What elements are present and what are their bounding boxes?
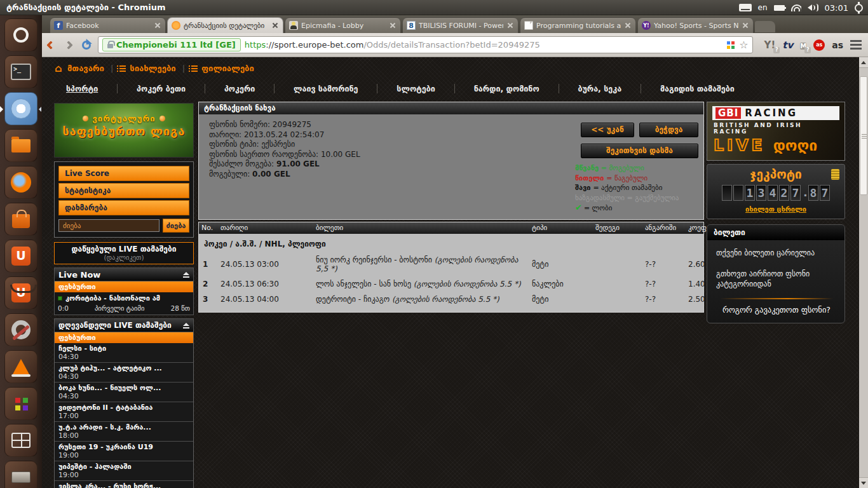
game-list-item[interactable]: უიპეშტი - ჰალადაში19:00 — [55, 461, 193, 481]
jackpot-title: ჯეკპოტი — [707, 165, 844, 181]
tab-facebook[interactable]: f Facebook — [50, 17, 166, 33]
bookmark-star-icon[interactable]: ☆ — [739, 40, 748, 50]
launcher-terminal[interactable]: >_ — [4, 55, 37, 88]
launcher-archive[interactable] — [4, 461, 37, 488]
game-time: 17:00 — [58, 412, 189, 420]
browser-scrollbar[interactable] — [859, 57, 868, 488]
how-to-bet-link[interactable]: როგორ გავაკეთოთ ფსონი? — [716, 305, 837, 315]
launcher-system-settings[interactable] — [4, 313, 37, 346]
live-score-button[interactable]: Live Score — [58, 166, 189, 181]
list-icon — [119, 65, 126, 67]
game-list-item[interactable]: კლუბ ტიჰუ... - ატლეტიკო ...04:30 — [55, 363, 193, 383]
tv-extension-icon[interactable]: tv — [782, 39, 793, 51]
yahoo-icon: Y! — [642, 21, 651, 30]
launcher-vlc[interactable] — [4, 350, 37, 383]
search-button[interactable]: ძიება — [163, 219, 189, 233]
started-live-banner[interactable]: დაწყებული LIVE თამაშები (დაკლიკეთ) — [54, 242, 194, 264]
game-list-item[interactable]: ვიდეოტონი II - ტატაბანია17:00 — [55, 402, 193, 422]
jackpot-table-link[interactable]: იხილეთ ცხრილი — [745, 205, 806, 214]
nav-table-games[interactable]: მაგიდის თამაშები — [658, 83, 737, 95]
game-list-item[interactable]: რუსეთი 19 - უკრაინა U1919:00 — [55, 442, 193, 461]
yahoo-extension-icon[interactable]: Y!? — [764, 39, 776, 51]
reload-button[interactable] — [78, 36, 95, 54]
live-match-item[interactable]: კორიტიბა - ნასიონალი ამ 0:0 პირველი ტაიმ… — [54, 292, 194, 315]
nav-backgammon-domino[interactable]: ნარდი, დომინო — [471, 83, 542, 95]
volume-icon[interactable] — [808, 4, 818, 11]
launcher-files[interactable] — [4, 129, 37, 162]
launcher-ubuntu-one[interactable]: U — [4, 240, 37, 273]
keyboard-layout-label[interactable]: en — [758, 3, 768, 12]
back-button[interactable] — [42, 36, 60, 54]
chrome-menu-icon[interactable] — [850, 40, 862, 42]
launcher-workspace-switcher[interactable] — [4, 424, 37, 457]
battery-icon[interactable] — [774, 5, 785, 11]
live-now-header[interactable]: Live Now — [54, 268, 194, 281]
launcher-software-center[interactable] — [4, 203, 37, 236]
forward-button[interactable] — [60, 36, 78, 54]
ask-question-button[interactable]: შეკითხვის დასმა — [581, 144, 698, 158]
nav-live-casino[interactable]: ლაივ სამორინე — [291, 83, 360, 95]
scrollbar-thumb[interactable] — [860, 76, 867, 195]
close-icon[interactable] — [154, 22, 161, 29]
collapse-icon[interactable] — [183, 272, 189, 278]
nav-bura-seka[interactable]: ბურა, სეკა — [575, 83, 624, 95]
keyboard-icon[interactable] — [739, 4, 752, 11]
lastfm-extension-icon[interactable]: as — [813, 39, 825, 51]
nav-sport[interactable]: სპორტი — [64, 83, 100, 95]
divider — [559, 84, 559, 93]
back-to-list-button[interactable]: << უკან — [581, 123, 634, 137]
new-tab-button[interactable] — [755, 21, 775, 32]
tab-epicmafia[interactable]: Epicmafia - Lobby — [285, 17, 401, 33]
launcher-blocks-game[interactable] — [4, 387, 37, 420]
started-live-subtitle: (დაკლიკეთ) — [55, 254, 193, 261]
table-row: 2 24.05.13 06:30 ლოს ანჯელესი - სან ხოსე… — [199, 276, 703, 292]
live-now-sport-bar[interactable]: ფეხბურთი — [54, 281, 194, 292]
close-icon[interactable] — [624, 22, 632, 29]
help-button[interactable]: დახმარება — [58, 200, 189, 215]
nav-branches[interactable]: ფილიალები — [191, 64, 254, 73]
launcher-firefox[interactable] — [4, 166, 37, 199]
print-button[interactable]: ბეჭდვა — [639, 123, 698, 137]
statistics-button[interactable]: სტატისტიკა — [58, 183, 189, 198]
game-list-item[interactable]: უ.ტ.ა არადი - ს.კ. მარა...18:00 — [55, 422, 193, 442]
launcher-dash-home[interactable] — [4, 18, 37, 51]
nav-news[interactable]: სიახლეები — [119, 64, 175, 73]
scroll-down-button[interactable] — [859, 477, 868, 488]
search-input[interactable] — [58, 219, 159, 232]
gmail-extension-icon[interactable]: M? — [800, 39, 806, 51]
game-list-item[interactable]: ჩელსი - სიტი04:30 — [55, 343, 193, 363]
theme-grid-icon[interactable] — [727, 41, 735, 49]
close-icon[interactable] — [389, 22, 397, 29]
wifi-icon[interactable] — [791, 4, 801, 11]
legend-active: შავი = აქტიური თამაშები — [575, 183, 679, 193]
launcher-ubuntu-one-music[interactable]: U — [4, 276, 37, 309]
clock[interactable]: 03:01 — [825, 3, 848, 13]
game-list-item[interactable]: ვისლა კრა... - რუხი ხორჟ...20:00 — [55, 481, 193, 488]
ticket-choose-line2: კატეგორიიდან — [716, 279, 837, 289]
nav-poker-bet[interactable]: პოკერ ბეთი — [134, 83, 188, 95]
lastfm-scrobbler-icon[interactable]: as — [832, 40, 843, 50]
nav-poker[interactable]: პოკერი — [222, 83, 257, 95]
collapse-icon[interactable] — [183, 323, 189, 329]
close-icon[interactable] — [271, 22, 279, 29]
session-gear-icon[interactable] — [855, 4, 863, 12]
nav-slots[interactable]: სლოტები — [394, 83, 438, 95]
game-list-item[interactable]: ბოკა ხუნი... - ნიუელს ოლ...04:30 — [55, 383, 193, 402]
address-bar[interactable]: Chempionebi 111 ltd [GE] https://sport.e… — [98, 36, 753, 53]
ev-certificate-badge[interactable]: Chempionebi 111 ltd [GE] — [102, 38, 241, 51]
tab-transaction-details[interactable]: ტრანსაქციის დეტალები — [167, 17, 283, 33]
tab-tbilisis-forumi[interactable]: 8 TBILISIS FORUMI - Powere — [402, 17, 519, 33]
blocks-game-icon — [15, 398, 20, 403]
virtual-league-banner[interactable]: ვირტუალური საფეხბურთო ლიგა — [54, 103, 194, 158]
detail-label: ფსონის ნომერი: — [209, 120, 273, 129]
tab-programming-tutorials[interactable]: Programming tutorials an — [520, 17, 636, 33]
close-icon[interactable] — [506, 22, 514, 29]
today-sport-bar[interactable]: ფეხბურთი — [54, 332, 194, 343]
gbi-racing-banner[interactable]: GBI RACING BRITISH AND IRISH RACING LIVE… — [707, 102, 845, 161]
tab-yahoo-sports[interactable]: Y! Yahoo! Sports - Sports Ne — [637, 17, 754, 33]
nav-home[interactable]: ⌂ მთავარი — [55, 62, 104, 74]
scroll-up-button[interactable] — [859, 57, 868, 68]
today-live-header[interactable]: დღევანდელი LIVE თამაშები — [54, 318, 194, 332]
close-icon[interactable] — [742, 22, 749, 29]
launcher-chromium[interactable] — [4, 92, 37, 125]
